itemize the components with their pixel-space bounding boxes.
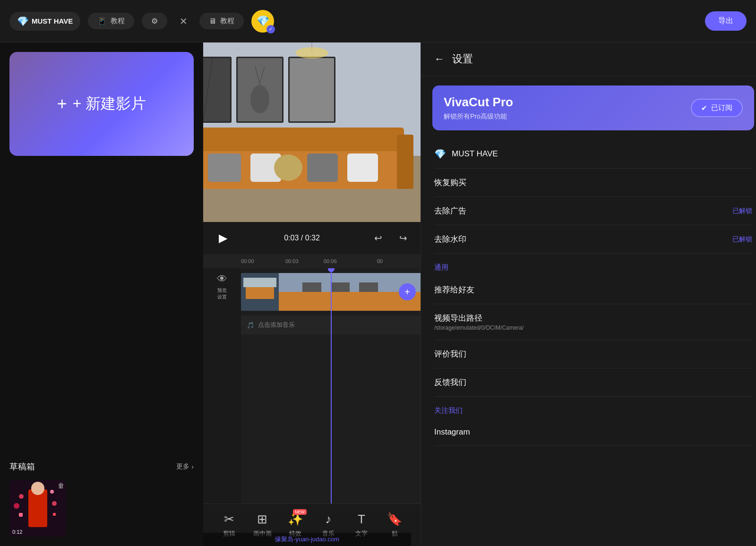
check-icon: ✔ xyxy=(701,104,707,112)
back-button[interactable]: ← xyxy=(434,53,445,65)
draft-delete-button[interactable]: 🗑 xyxy=(58,482,64,489)
svg-point-49 xyxy=(295,47,328,59)
must-have-label: MUST HAVE xyxy=(32,17,73,25)
add-music-label: 点击添加音乐 xyxy=(258,321,295,329)
subscribed-button[interactable]: ✔ 已订阅 xyxy=(691,99,743,117)
remove-watermark-badge: 已解锁 xyxy=(732,235,752,244)
preview-settings-button[interactable]: 👁 预览设置 xyxy=(217,273,227,300)
svg-point-5 xyxy=(14,503,19,509)
svg-rect-55 xyxy=(302,282,321,292)
cut-icon: ✂ xyxy=(224,512,234,527)
ruler-mark-3: 00 xyxy=(377,258,383,264)
must-have-item-label: MUST HAVE xyxy=(452,149,498,159)
restore-item-left: 恢复购买 xyxy=(434,177,466,188)
ruler-mark-2: 00:06 xyxy=(324,258,337,264)
remove-ads-badge: 已解锁 xyxy=(732,207,752,215)
subscribed-label: 已订阅 xyxy=(711,103,732,112)
new-film-text: + 新建影片 xyxy=(73,94,146,114)
svg-rect-7 xyxy=(19,513,23,517)
new-film-card[interactable]: + + 新建影片 xyxy=(9,52,194,156)
add-track-button[interactable]: + xyxy=(399,283,416,300)
svg-point-19 xyxy=(250,85,269,113)
svg-rect-37 xyxy=(347,154,378,182)
restore-label: 恢复购买 xyxy=(434,177,466,188)
more-button[interactable]: 更多 › xyxy=(176,462,194,471)
export-path-label: 视频导出路径 xyxy=(434,313,524,324)
timeline-ruler: 00:00 00:03 00:06 00 xyxy=(203,254,421,268)
more-label: 更多 xyxy=(176,462,189,471)
export-path-left: 视频导出路径 /storage/emulated/0/DCIM/Camera/ xyxy=(434,313,524,331)
settings-section: 💎 MUST HAVE 恢复购买 去除广告 已解锁 xyxy=(421,140,756,446)
ruler-mark-1: 00:03 xyxy=(285,258,299,264)
remove-ads-item[interactable]: 去除广告 已解锁 xyxy=(434,197,752,225)
feedback-item[interactable]: 反馈我们 xyxy=(434,368,752,397)
svg-point-2 xyxy=(31,482,44,495)
preview-set-label: 预览设置 xyxy=(217,287,227,300)
timeline-content: 👁 预览设置 xyxy=(203,268,421,503)
new-badge: NEW xyxy=(293,509,307,515)
redo-button[interactable]: ↪ xyxy=(395,230,411,246)
svg-point-38 xyxy=(274,154,302,181)
export-path-item[interactable]: 视频导出路径 /storage/emulated/0/DCIM/Camera/ xyxy=(434,304,752,340)
restore-purchase-item[interactable]: 恢复购买 xyxy=(434,169,752,197)
close-button[interactable]: ✕ xyxy=(175,13,192,30)
svg-point-6 xyxy=(52,501,57,506)
video-preview xyxy=(203,43,421,222)
svg-rect-34 xyxy=(208,154,241,182)
tutorial-tab-1[interactable]: 📱 教程 xyxy=(88,13,134,29)
follow-section-label: 关注我们 xyxy=(434,397,752,419)
main-layout: + + 新建影片 草稿箱 更多 › xyxy=(0,43,756,546)
export-path-sub: /storage/emulated/0/DCIM/Camera/ xyxy=(434,324,524,331)
track-thumb-1 xyxy=(241,273,279,311)
instagram-item[interactable]: Instagram xyxy=(434,419,752,446)
must-have-item-left: 💎 MUST HAVE xyxy=(434,148,498,160)
draft-item[interactable]: 0:12 🗑 xyxy=(9,480,66,537)
track-thumb-svg-1 xyxy=(241,273,279,311)
ruler-track: 00:00 00:03 00:06 00 xyxy=(241,254,383,268)
video-preview-image xyxy=(203,43,421,222)
preview-icon: 👁 xyxy=(217,273,227,285)
recommend-item[interactable]: 推荐给好友 xyxy=(434,276,752,304)
settings-header: ← 设置 xyxy=(421,43,756,76)
ruler-mark-0: 00:00 xyxy=(241,258,254,264)
tutorial-label-1: 教程 xyxy=(111,17,125,26)
must-have-badge[interactable]: 💎 MUST HAVE xyxy=(9,12,80,31)
draft-items: 0:12 🗑 xyxy=(9,480,194,537)
sticker-icon: 🔖 xyxy=(387,512,402,527)
svg-rect-23 xyxy=(290,58,334,121)
watermark-strip: 缘聚岛-yuan-judao.com xyxy=(203,533,411,546)
text-icon: T xyxy=(358,512,365,527)
settings-gear-tab[interactable]: ⚙ xyxy=(142,13,167,29)
effects-icon: ✨ NEW xyxy=(288,512,303,527)
export-button[interactable]: 导出 xyxy=(705,11,747,31)
must-have-item[interactable]: 💎 MUST HAVE xyxy=(434,140,752,169)
svg-rect-56 xyxy=(331,282,350,292)
right-panel: ← 设置 VivaCut Pro 解锁所有Pro高级功能 ✔ 已订阅 💎 xyxy=(421,43,756,546)
recommend-label: 推荐给好友 xyxy=(434,284,474,295)
draft-section: 草稿箱 更多 › xyxy=(9,452,194,537)
new-film-label: + + 新建影片 xyxy=(57,94,146,114)
watermark-text: 缘聚岛-yuan-judao.com xyxy=(275,535,339,544)
pro-card[interactable]: VivaCut Pro 解锁所有Pro高级功能 ✔ 已订阅 xyxy=(432,85,754,130)
timeline-tracks: + 🎵 点击添加音乐 xyxy=(241,268,421,503)
monitor-icon: 🖥 xyxy=(209,17,216,26)
svg-rect-36 xyxy=(307,154,338,182)
gear-icon: ⚙ xyxy=(151,17,158,26)
svg-point-4 xyxy=(50,490,54,494)
instagram-label: Instagram xyxy=(434,427,470,437)
gem-pro-badge[interactable]: 💎 xyxy=(251,10,274,33)
gem-badge-icon: 💎 xyxy=(257,15,269,27)
undo-button[interactable]: ↩ xyxy=(370,230,386,246)
plus-icon: + xyxy=(57,94,67,114)
timeline-sidebar: 👁 预览设置 xyxy=(203,268,241,503)
remove-watermark-item[interactable]: 去除水印 已解锁 xyxy=(434,225,752,254)
tutorial-label-2: 教程 xyxy=(220,17,234,26)
timeline-area: ▶ 0:03 / 0:32 ↩ ↪ 00:00 00:03 00:06 00 👁 xyxy=(203,222,421,546)
rate-us-item[interactable]: 评价我们 xyxy=(434,340,752,368)
tutorial-tab-2[interactable]: 🖥 教程 xyxy=(199,13,244,29)
play-button[interactable]: ▶ xyxy=(213,228,233,248)
must-have-gem-icon: 💎 xyxy=(434,148,446,160)
remove-watermark-left: 去除水印 xyxy=(434,234,466,245)
remove-ads-left: 去除广告 xyxy=(434,205,466,216)
music-icon: ♪ xyxy=(326,512,332,527)
